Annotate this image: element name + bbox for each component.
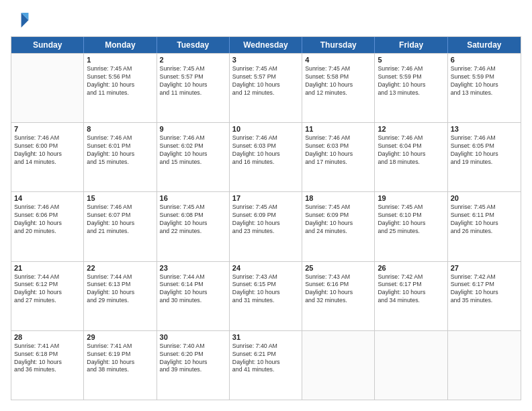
day-number: 12 (378, 125, 444, 133)
cal-cell-4-2: 22Sunrise: 7:44 AM Sunset: 6:13 PM Dayli… (84, 262, 157, 330)
cell-info: Sunrise: 7:44 AM Sunset: 6:14 PM Dayligh… (160, 273, 226, 306)
cell-info: Sunrise: 7:42 AM Sunset: 6:17 PM Dayligh… (451, 273, 518, 306)
cell-info: Sunrise: 7:46 AM Sunset: 6:01 PM Dayligh… (87, 134, 153, 167)
header-day-saturday: Saturday (448, 37, 521, 53)
day-number: 10 (232, 125, 299, 133)
cell-info: Sunrise: 7:45 AM Sunset: 6:10 PM Dayligh… (378, 203, 444, 236)
day-number: 8 (87, 125, 153, 133)
calendar: SundayMondayTuesdayWednesdayThursdayFrid… (11, 36, 521, 400)
cal-cell-4-6: 26Sunrise: 7:42 AM Sunset: 6:17 PM Dayli… (375, 262, 447, 330)
day-number: 23 (160, 264, 226, 272)
header-day-monday: Monday (84, 37, 157, 53)
cal-cell-1-6: 5Sunrise: 7:46 AM Sunset: 5:59 PM Daylig… (375, 54, 447, 122)
cell-info: Sunrise: 7:43 AM Sunset: 6:16 PM Dayligh… (305, 273, 371, 306)
cal-cell-2-3: 9Sunrise: 7:46 AM Sunset: 6:02 PM Daylig… (157, 123, 230, 191)
cal-cell-1-4: 3Sunrise: 7:45 AM Sunset: 5:57 PM Daylig… (230, 54, 302, 122)
calendar-body: 1Sunrise: 7:45 AM Sunset: 5:56 PM Daylig… (11, 53, 521, 400)
cal-cell-1-2: 1Sunrise: 7:45 AM Sunset: 5:56 PM Daylig… (84, 54, 157, 122)
cell-info: Sunrise: 7:46 AM Sunset: 6:02 PM Dayligh… (160, 134, 226, 167)
day-number: 25 (305, 264, 371, 272)
day-number: 3 (232, 56, 299, 64)
cell-info: Sunrise: 7:41 AM Sunset: 6:19 PM Dayligh… (87, 342, 153, 375)
day-number: 27 (451, 264, 518, 272)
calendar-header: SundayMondayTuesdayWednesdayThursdayFrid… (11, 37, 521, 53)
day-number: 29 (87, 333, 153, 341)
cal-cell-4-7: 27Sunrise: 7:42 AM Sunset: 6:17 PM Dayli… (448, 262, 521, 330)
day-number: 18 (305, 194, 371, 202)
cell-info: Sunrise: 7:46 AM Sunset: 5:59 PM Dayligh… (378, 65, 444, 97)
cal-cell-5-5 (302, 331, 375, 400)
cal-cell-2-4: 10Sunrise: 7:46 AM Sunset: 6:03 PM Dayli… (230, 123, 302, 191)
cell-info: Sunrise: 7:45 AM Sunset: 6:09 PM Dayligh… (305, 203, 371, 236)
day-number: 20 (451, 194, 518, 202)
cell-info: Sunrise: 7:45 AM Sunset: 5:57 PM Dayligh… (232, 65, 299, 97)
day-number: 24 (232, 264, 299, 272)
day-number: 28 (14, 333, 81, 341)
logo-icon (11, 11, 30, 30)
cell-info: Sunrise: 7:45 AM Sunset: 5:58 PM Dayligh… (305, 65, 371, 97)
cell-info: Sunrise: 7:46 AM Sunset: 6:07 PM Dayligh… (87, 203, 153, 236)
cell-info: Sunrise: 7:46 AM Sunset: 6:03 PM Dayligh… (305, 134, 371, 167)
day-number: 31 (232, 333, 299, 341)
cal-cell-2-2: 8Sunrise: 7:46 AM Sunset: 6:01 PM Daylig… (84, 123, 157, 191)
cal-cell-3-7: 20Sunrise: 7:45 AM Sunset: 6:11 PM Dayli… (448, 192, 521, 261)
day-number: 19 (378, 194, 444, 202)
cal-cell-5-7 (448, 331, 521, 400)
cal-cell-3-4: 17Sunrise: 7:45 AM Sunset: 6:09 PM Dayli… (230, 192, 302, 261)
cell-info: Sunrise: 7:46 AM Sunset: 6:03 PM Dayligh… (232, 134, 299, 167)
day-number: 17 (232, 194, 299, 202)
cal-cell-5-3: 30Sunrise: 7:40 AM Sunset: 6:20 PM Dayli… (157, 331, 230, 400)
cal-cell-3-1: 14Sunrise: 7:46 AM Sunset: 6:06 PM Dayli… (11, 192, 84, 261)
day-number: 26 (378, 264, 444, 272)
cell-info: Sunrise: 7:46 AM Sunset: 6:00 PM Dayligh… (14, 134, 81, 167)
cal-cell-5-6 (375, 331, 447, 400)
cell-info: Sunrise: 7:46 AM Sunset: 6:04 PM Dayligh… (378, 134, 444, 167)
header-day-tuesday: Tuesday (157, 37, 230, 53)
header (11, 11, 521, 30)
cal-cell-4-3: 23Sunrise: 7:44 AM Sunset: 6:14 PM Dayli… (157, 262, 230, 330)
cell-info: Sunrise: 7:42 AM Sunset: 6:17 PM Dayligh… (378, 273, 444, 306)
cell-info: Sunrise: 7:45 AM Sunset: 5:56 PM Dayligh… (87, 65, 153, 97)
cell-info: Sunrise: 7:46 AM Sunset: 6:05 PM Dayligh… (451, 134, 518, 167)
day-number: 2 (160, 56, 226, 64)
day-number: 7 (14, 125, 81, 133)
cal-cell-5-4: 31Sunrise: 7:40 AM Sunset: 6:21 PM Dayli… (230, 331, 302, 400)
cal-cell-2-5: 11Sunrise: 7:46 AM Sunset: 6:03 PM Dayli… (302, 123, 375, 191)
cal-cell-3-3: 16Sunrise: 7:45 AM Sunset: 6:08 PM Dayli… (157, 192, 230, 261)
week-row-5: 28Sunrise: 7:41 AM Sunset: 6:18 PM Dayli… (11, 330, 521, 400)
week-row-1: 1Sunrise: 7:45 AM Sunset: 5:56 PM Daylig… (11, 53, 521, 122)
header-day-wednesday: Wednesday (230, 37, 302, 53)
header-day-thursday: Thursday (302, 37, 375, 53)
cal-cell-3-2: 15Sunrise: 7:46 AM Sunset: 6:07 PM Dayli… (84, 192, 157, 261)
day-number: 13 (451, 125, 518, 133)
cal-cell-1-5: 4Sunrise: 7:45 AM Sunset: 5:58 PM Daylig… (302, 54, 375, 122)
day-number: 14 (14, 194, 81, 202)
cell-info: Sunrise: 7:43 AM Sunset: 6:15 PM Dayligh… (232, 273, 299, 306)
cal-cell-2-6: 12Sunrise: 7:46 AM Sunset: 6:04 PM Dayli… (375, 123, 447, 191)
day-number: 4 (305, 56, 371, 64)
header-day-sunday: Sunday (11, 37, 84, 53)
cell-info: Sunrise: 7:45 AM Sunset: 6:08 PM Dayligh… (160, 203, 226, 236)
cell-info: Sunrise: 7:46 AM Sunset: 6:06 PM Dayligh… (14, 203, 81, 236)
day-number: 11 (305, 125, 371, 133)
cal-cell-3-5: 18Sunrise: 7:45 AM Sunset: 6:09 PM Dayli… (302, 192, 375, 261)
cell-info: Sunrise: 7:46 AM Sunset: 5:59 PM Dayligh… (451, 65, 518, 97)
week-row-3: 14Sunrise: 7:46 AM Sunset: 6:06 PM Dayli… (11, 191, 521, 261)
cal-cell-2-1: 7Sunrise: 7:46 AM Sunset: 6:00 PM Daylig… (11, 123, 84, 191)
day-number: 21 (14, 264, 81, 272)
cal-cell-2-7: 13Sunrise: 7:46 AM Sunset: 6:05 PM Dayli… (448, 123, 521, 191)
cell-info: Sunrise: 7:45 AM Sunset: 5:57 PM Dayligh… (160, 65, 226, 97)
cal-cell-1-7: 6Sunrise: 7:46 AM Sunset: 5:59 PM Daylig… (448, 54, 521, 122)
cell-info: Sunrise: 7:44 AM Sunset: 6:12 PM Dayligh… (14, 273, 81, 306)
day-number: 5 (378, 56, 444, 64)
page: SundayMondayTuesdayWednesdayThursdayFrid… (0, 0, 532, 411)
cal-cell-1-1 (11, 54, 84, 122)
day-number: 22 (87, 264, 153, 272)
week-row-4: 21Sunrise: 7:44 AM Sunset: 6:12 PM Dayli… (11, 261, 521, 330)
header-day-friday: Friday (375, 37, 447, 53)
cal-cell-4-1: 21Sunrise: 7:44 AM Sunset: 6:12 PM Dayli… (11, 262, 84, 330)
logo (11, 11, 32, 30)
cell-info: Sunrise: 7:45 AM Sunset: 6:11 PM Dayligh… (451, 203, 518, 236)
day-number: 1 (87, 56, 153, 64)
cal-cell-5-1: 28Sunrise: 7:41 AM Sunset: 6:18 PM Dayli… (11, 331, 84, 400)
